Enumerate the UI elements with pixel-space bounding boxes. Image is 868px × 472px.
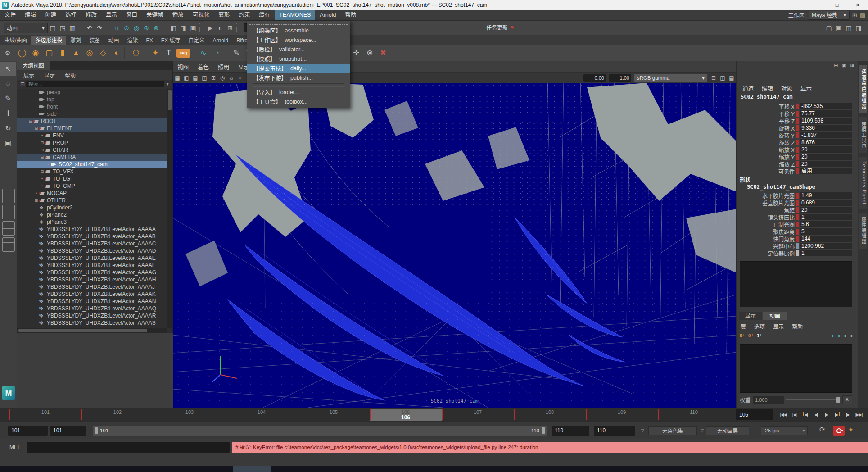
playback-loop-icon[interactable]: ⟳ — [819, 426, 825, 434]
shelf-tab-polygons[interactable]: 多边形建模 — [31, 36, 66, 45]
chevron-down-icon[interactable]: ▽ — [701, 428, 704, 433]
channel-value-field[interactable]: 8.676 — [800, 139, 852, 145]
channel-value-field[interactable]: 75.77 — [800, 110, 852, 117]
select-camera-icon[interactable]: ▦ — [173, 73, 182, 83]
menu-constrain[interactable]: 约束 — [234, 10, 254, 20]
lock-camera-icon[interactable]: ◧ — [182, 73, 191, 83]
channel-menu-edit[interactable]: 编辑 — [762, 84, 773, 92]
layer-menu-options[interactable]: 选项 — [754, 322, 765, 330]
teamones-loader[interactable]: 【导入】 loader... — [247, 87, 350, 97]
frame-segment[interactable]: 109 109 — [586, 409, 658, 421]
zero-weight-layer-icon[interactable]: 0⁺ — [748, 333, 754, 339]
shading-smooth-icon[interactable]: ◎ — [218, 73, 227, 83]
outliner-item-levelactor-aaaae[interactable]: YBDSSSLYDY_UHDXZB:LevelActor_AAAAE — [17, 254, 172, 262]
outliner-item-levelactor-aaaab[interactable]: YBDSSSLYDY_UHDXZB:LevelActor_AAAAB — [17, 233, 172, 240]
frame-segment[interactable]: 110 110 — [658, 409, 730, 421]
menu-file[interactable]: 文件 — [0, 10, 20, 20]
teamones-snapshot[interactable]: 【快照】 snapshot... — [247, 54, 350, 64]
channel-menu-channels[interactable]: 通道 — [742, 84, 754, 92]
frame-segment[interactable]: 108 108 — [514, 409, 586, 421]
channel-value-field[interactable]: 5.6 — [800, 221, 852, 227]
menu-modify[interactable]: 修改 — [81, 10, 101, 20]
move-tool[interactable]: ✛ — [0, 106, 16, 121]
shelf-tab-curves[interactable]: 曲线/曲面 — [0, 36, 31, 45]
maximize-button[interactable]: □ — [827, 0, 847, 10]
layout-two-pane-button[interactable] — [2, 205, 15, 219]
gamma-field[interactable]: 1.00 — [609, 74, 631, 82]
keyed-state-indicator[interactable] — [796, 132, 799, 138]
channel-value-field[interactable]: 20 — [800, 207, 852, 213]
outliner-item-levelactor-aaaak[interactable]: YBDSSSLYDY_UHDXZB:LevelActor_AAAAK — [17, 290, 172, 298]
outliner-item-levelactor-aaaaa[interactable]: YBDSSSLYDY_UHDXZB:LevelActor_AAAAA — [17, 226, 172, 233]
move-layer-down-icon[interactable]: ◂ — [837, 332, 840, 339]
playback-start-field[interactable]: 101 — [50, 426, 86, 436]
menu-teamones[interactable]: TEAMONES — [275, 10, 315, 20]
outliner-item-levelactor-aaaag[interactable]: YBDSSSLYDY_UHDXZB:LevelActor_AAAAG — [17, 269, 172, 276]
menu-windows[interactable]: 窗口 — [122, 10, 142, 20]
outliner-tab[interactable]: 大纲视图 — [17, 61, 50, 70]
menu-key[interactable]: 关键帧 — [142, 10, 168, 20]
render-settings-icon[interactable]: ⊞ — [225, 23, 235, 33]
outliner-menu-show[interactable]: 显示 — [44, 71, 55, 79]
step-back-key-button[interactable]: ◀ — [800, 409, 810, 421]
menu-cache[interactable]: 缓存 — [254, 10, 275, 20]
anim-layer-selector[interactable]: 无动画层 — [706, 426, 749, 435]
outliner-item-to-vfx[interactable]: ⊞ TO_VFX — [17, 168, 172, 175]
shelf-tab-arnold[interactable]: Arnold — [208, 36, 232, 45]
channel-value-field[interactable]: 1 — [800, 250, 852, 256]
outliner-item-other[interactable]: ⊞ OTHER — [17, 197, 172, 204]
layout-split-pane-button[interactable] — [2, 237, 15, 252]
camera-attributes-icon[interactable]: ▤ — [191, 73, 200, 83]
shelf-tab-fx[interactable]: FX — [142, 36, 157, 45]
panel-menu-view[interactable]: 视图 — [173, 63, 193, 71]
channel-box-toggle-icon[interactable]: ◨ — [854, 23, 863, 33]
step-forward-key-button[interactable]: ▶ — [832, 409, 843, 421]
go-to-start-button[interactable]: |◀◀ — [778, 409, 789, 421]
shelf-tab-animation[interactable]: 动画 — [104, 36, 123, 45]
divider[interactable] — [144, 47, 148, 59]
poly-cone-icon[interactable]: ▲ — [69, 46, 83, 60]
divider[interactable] — [79, 23, 83, 32]
divider[interactable] — [199, 23, 204, 32]
range-start-handle[interactable] — [95, 427, 98, 434]
menu-help[interactable]: 帮助 — [341, 10, 361, 20]
outliner-item-levelactor-aaaaq[interactable]: YBDSSSLYDY_UHDXZB:LevelActor_AAAAQ — [17, 305, 172, 312]
layer-menu-layers[interactable]: 层 — [741, 322, 746, 330]
shadows-icon[interactable]: ◐ — [236, 73, 245, 83]
construction-history-icon[interactable]: ▣ — [188, 23, 198, 33]
ipr-render-icon[interactable]: ◐ — [215, 23, 225, 33]
shelf-tab-fx-caching[interactable]: FX 缓存 — [157, 36, 185, 45]
teamones-daily[interactable]: 【提交审核】 daily... — [247, 64, 350, 73]
menu-select[interactable]: 选择 — [61, 10, 81, 20]
step-back-frame-button[interactable]: |◀ — [789, 409, 800, 421]
rotate-tool[interactable]: ↻ — [0, 121, 16, 136]
character-set-selector[interactable]: 无角色集 — [648, 426, 697, 435]
channel-value-field[interactable]: 1200.962 — [800, 243, 852, 249]
select-tool[interactable]: ↖ — [0, 62, 16, 76]
workspace-selector[interactable]: Maya 经典 ▾ — [809, 11, 850, 20]
task-update-link[interactable]: 任务更新⚑ — [486, 21, 515, 35]
redo-icon[interactable]: ↷ — [95, 23, 104, 33]
channel-value-field[interactable]: 5 — [800, 228, 852, 235]
outliner-item-levelactor-aaaaj[interactable]: YBDSSSLYDY_UHDXZB:LevelActor_AAAAJ — [17, 283, 172, 290]
go-to-end-button[interactable]: ▶▶| — [854, 409, 864, 421]
outliner-item-levelactor-aaaar[interactable]: YBDSSSLYDY_UHDXZB:LevelActor_AAAAR — [17, 312, 172, 319]
save-scene-icon[interactable]: ▦ — [68, 23, 77, 33]
command-language-toggle[interactable]: MEL — [9, 444, 27, 450]
star-poly-icon[interactable]: ✦ — [149, 46, 162, 60]
teamones-toolbox[interactable]: 【工具盒】 toolbox... — [247, 97, 350, 106]
tool-settings-toggle-icon[interactable]: ◫ — [844, 23, 854, 33]
menu-set-selector[interactable]: 动画 ▾ — [4, 23, 48, 33]
outliner-vertical-scrollbar[interactable] — [167, 89, 172, 328]
add-objects-to-layer-icon[interactable]: ◂ — [843, 332, 846, 339]
expand-toggle-icon[interactable]: • — [45, 161, 51, 168]
snap-plane-icon[interactable]: ⊕ — [141, 23, 151, 33]
outliner-item-camera[interactable]: ⊟ CAMERA — [17, 154, 172, 161]
key-weight-button[interactable]: K — [842, 395, 852, 404]
output-connections-icon[interactable]: ◨ — [178, 23, 188, 33]
outliner-item-env[interactable]: • ENV — [17, 132, 172, 139]
multi-camera-icon[interactable]: ◫ — [718, 73, 727, 83]
poly-sphere-smooth-icon[interactable]: ◉ — [29, 46, 42, 60]
poly-torus-icon[interactable]: ◎ — [83, 46, 96, 60]
divider[interactable] — [236, 23, 241, 32]
